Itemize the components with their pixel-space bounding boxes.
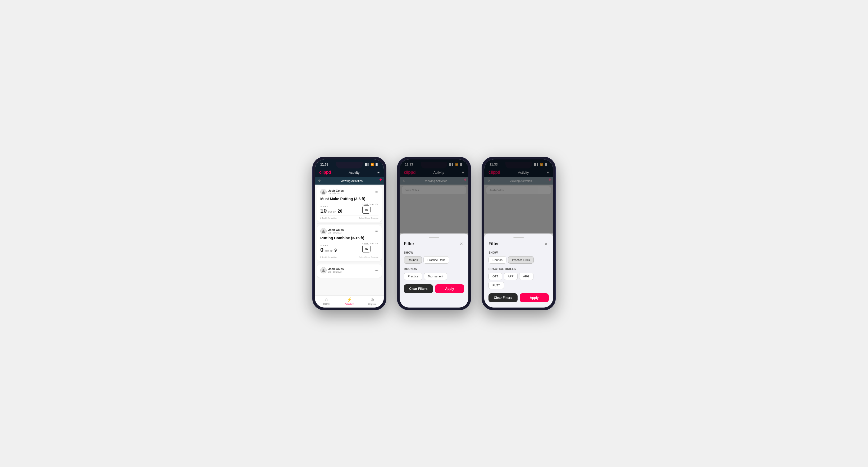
status-time-1: 11:33	[320, 163, 329, 166]
practice-drills-btn-2[interactable]: Practice Drills	[424, 256, 449, 263]
card-data-2: Data: Clippd Capture	[359, 256, 378, 258]
user-info-1: Josh Coles 28 Feb 2023	[328, 189, 344, 195]
score-group-1: Score 10 OUT OF 20	[320, 205, 342, 214]
overlay-backdrop-2[interactable]	[400, 159, 468, 234]
score-value-1: 10	[320, 208, 327, 214]
divider-2	[317, 262, 382, 263]
show-buttons-3: Rounds Practice Drills	[489, 256, 549, 263]
close-button-2[interactable]: ✕	[458, 241, 464, 247]
user-name-3: Josh Coles	[328, 267, 344, 271]
sheet-handle-2	[429, 237, 439, 238]
battery-icon: ▐▌	[375, 163, 378, 166]
viewing-bar-1[interactable]: ⚙ Viewing Activities	[315, 177, 384, 185]
rounds-btn-3[interactable]: Rounds	[489, 256, 506, 263]
filter-sheet-3: Filter ✕ Show Rounds Practice Drills Pra…	[484, 234, 553, 308]
score-row-2: 0 OUT OF 9	[320, 247, 337, 253]
rounds-btn-2[interactable]: Rounds	[404, 256, 422, 263]
putt-btn-3[interactable]: PUTT	[489, 282, 504, 289]
card-title-2: Putting Combine (3-15 ft)	[320, 236, 378, 240]
card-data-1: Data: Clippd Capture	[359, 217, 378, 219]
sheet-actions-3: Clear Filters Apply	[489, 293, 549, 302]
tab-activities-1[interactable]: ⚡ Activities	[338, 297, 361, 305]
sheet-actions-2: Clear Filters Apply	[404, 284, 464, 293]
nav-bar-1: clippd Activity ≡	[315, 168, 384, 177]
out-of-1: OUT OF	[328, 211, 336, 213]
card-title-1: Must Make Putting (3-6 ft)	[320, 197, 378, 201]
show-section-3: Show Rounds Practice Drills	[489, 251, 549, 263]
sheet-header-3: Filter ✕	[489, 241, 549, 247]
tab-activities-label-1: Activities	[345, 303, 354, 305]
app-btn-3[interactable]: APP	[504, 273, 518, 280]
out-of-2: OUT OF	[324, 250, 333, 252]
more-button-3[interactable]: •••	[374, 268, 378, 272]
card-info-1: ℹ Test Information	[320, 217, 337, 219]
score-group-2: Score 0 OUT OF 9	[320, 244, 337, 253]
card-user-3: Josh Coles 28 Feb 2023	[320, 267, 344, 274]
tournament-btn-2[interactable]: Tournament	[424, 273, 447, 280]
tab-bar-1: ⌂ Home ⚡ Activities ⊕ Capture	[315, 295, 384, 308]
activity-card-2: Josh Coles 28 Feb 2023 ••• Putting Combi…	[317, 225, 382, 261]
card-header-1: Josh Coles 28 Feb 2023 •••	[320, 189, 378, 195]
drills-section-3: Practice Drills OTT APP ARG PUTT	[489, 267, 549, 289]
drills-label-3: Practice Drills	[489, 267, 549, 271]
sheet-handle-3	[513, 237, 524, 238]
card-user-1: Josh Coles 28 Feb 2023	[320, 189, 344, 195]
ott-btn-3[interactable]: OTT	[489, 273, 502, 280]
practice-drills-btn-3[interactable]: Practice Drills	[508, 256, 534, 263]
scroll-content-1[interactable]: Josh Coles 28 Feb 2023 ••• Must Make Put…	[315, 185, 384, 295]
more-button-1[interactable]: •••	[374, 190, 378, 194]
clear-filters-btn-2[interactable]: Clear Filters	[404, 284, 433, 293]
card-header-2: Josh Coles 28 Feb 2023 •••	[320, 228, 378, 234]
user-info-2: Josh Coles 28 Feb 2023	[328, 228, 344, 234]
viewing-bar-text-1: Viewing Activities	[322, 179, 380, 183]
activities-icon-1: ⚡	[347, 297, 352, 302]
apply-btn-3[interactable]: Apply	[520, 293, 549, 302]
capture-icon-1: ⊕	[371, 297, 374, 302]
wifi-icon: 🛜	[371, 163, 374, 166]
filter-sheet-2: Filter ✕ Show Rounds Practice Drills Rou…	[400, 234, 468, 308]
tab-capture-1[interactable]: ⊕ Capture	[361, 297, 384, 305]
rounds-buttons-2: Practice Tournament	[404, 273, 464, 280]
clear-filters-btn-3[interactable]: Clear Filters	[489, 293, 518, 302]
show-label-3: Show	[489, 251, 549, 254]
show-label-2: Show	[404, 251, 464, 254]
quality-badge-1: 75	[362, 206, 371, 214]
show-buttons-2: Rounds Practice Drills	[404, 256, 464, 263]
divider-1	[317, 223, 382, 224]
menu-icon-1[interactable]: ≡	[377, 170, 379, 175]
rounds-section-2: Rounds Practice Tournament	[404, 267, 464, 280]
user-date-2: 28 Feb 2023	[328, 231, 344, 234]
user-date-1: 28 Feb 2023	[328, 192, 344, 195]
nav-title-1: Activity	[348, 170, 360, 175]
practice-round-btn-2[interactable]: Practice	[404, 273, 422, 280]
filter-icon-1: ⚙	[318, 179, 321, 183]
rounds-label-2: Rounds	[404, 267, 464, 271]
notification-dot-1	[379, 179, 382, 181]
shots-value-2: 9	[334, 248, 337, 253]
overlay-backdrop-3[interactable]	[484, 159, 553, 234]
arg-btn-3[interactable]: ARG	[519, 273, 533, 280]
user-date-3: 28 Feb 2023	[328, 271, 344, 273]
activity-card-3: Josh Coles 28 Feb 2023 •••	[317, 264, 382, 278]
phone-2: 11:33 ▐▌▌ 🛜 ▐▌ clippd Activity ≡ ⚙ Viewi…	[397, 157, 471, 310]
svg-point-0	[323, 190, 324, 192]
apply-btn-2[interactable]: Apply	[435, 284, 464, 293]
card-user-2: Josh Coles 28 Feb 2023	[320, 228, 344, 234]
app-logo-1: clippd	[319, 170, 331, 175]
user-name-1: Josh Coles	[328, 189, 344, 192]
quality-label-1: Shot Quality	[362, 203, 378, 206]
tab-capture-label-1: Capture	[368, 303, 377, 305]
score-row-1: 10 OUT OF 20	[320, 208, 342, 214]
filter-overlay-2: Filter ✕ Show Rounds Practice Drills Rou…	[400, 159, 468, 308]
tab-home-1[interactable]: ⌂ Home	[315, 297, 338, 305]
quality-label-2: Shot Quality	[362, 242, 378, 245]
close-button-3[interactable]: ✕	[543, 241, 549, 247]
more-button-2[interactable]: •••	[374, 229, 378, 233]
filter-overlay-3: Filter ✕ Show Rounds Practice Drills Pra…	[484, 159, 553, 308]
svg-point-2	[323, 269, 324, 270]
card-footer-1: ℹ Test Information Data: Clippd Capture	[320, 216, 378, 219]
quality-group-1: Shot Quality 75	[362, 203, 378, 214]
phone-3: 11:33 ▐▌▌ 🛜 ▐▌ clippd Activity ≡ ⚙ Viewi…	[482, 157, 556, 310]
drills-buttons-3: OTT APP ARG PUTT	[489, 273, 549, 289]
card-info-2: ℹ Test Information	[320, 256, 337, 258]
